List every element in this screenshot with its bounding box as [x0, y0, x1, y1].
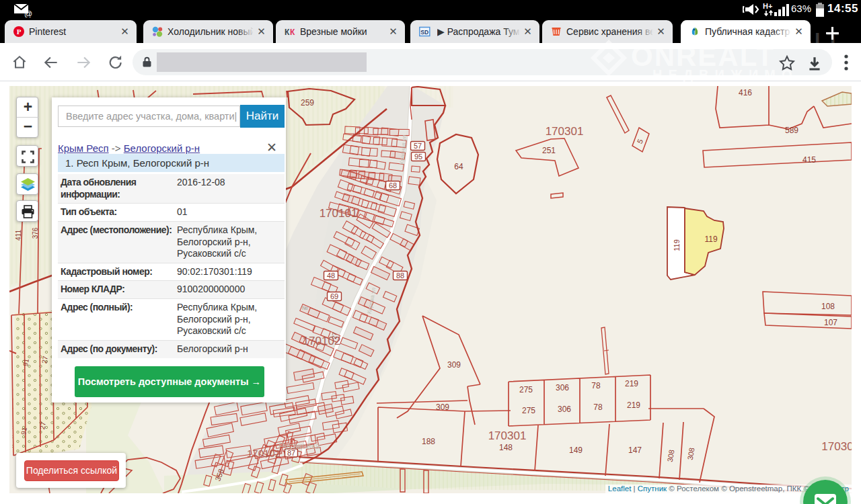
- svg-text:78: 78: [591, 381, 601, 390]
- svg-text:219: 219: [625, 379, 638, 388]
- svg-text:57: 57: [414, 142, 422, 150]
- svg-text:64: 64: [454, 162, 463, 171]
- svg-text:17030: 17030: [821, 440, 852, 453]
- svg-text:SD: SD: [420, 29, 428, 36]
- svg-text:170301: 170301: [488, 429, 527, 442]
- svg-text:108: 108: [821, 302, 835, 311]
- svg-text:416: 416: [739, 88, 752, 97]
- svg-text:188: 188: [422, 437, 435, 446]
- svg-text:78: 78: [593, 403, 603, 412]
- svg-text:119: 119: [673, 239, 681, 251]
- svg-text:306: 306: [556, 383, 569, 392]
- svg-text:589: 589: [785, 126, 798, 135]
- svg-text:107: 107: [824, 318, 837, 327]
- svg-text:119: 119: [704, 235, 717, 244]
- svg-text:306: 306: [558, 405, 571, 414]
- svg-text:251: 251: [542, 146, 556, 155]
- svg-text:149: 149: [569, 446, 583, 455]
- svg-text:411: 411: [15, 230, 22, 241]
- svg-text:95: 95: [414, 153, 422, 161]
- svg-text:219: 219: [627, 401, 640, 410]
- svg-text:Русаковка: Русаковка: [278, 441, 321, 451]
- svg-text:27: 27: [330, 332, 338, 340]
- svg-text:275: 275: [522, 406, 535, 415]
- svg-text:69: 69: [330, 292, 338, 300]
- svg-text:@: @: [24, 9, 32, 17]
- svg-text:309: 309: [436, 403, 449, 412]
- svg-text:88: 88: [396, 271, 404, 280]
- svg-text:К: К: [285, 28, 290, 37]
- svg-text:275: 275: [519, 385, 533, 394]
- svg-text:170101: 170101: [320, 207, 358, 220]
- svg-text:259: 259: [301, 98, 314, 108]
- svg-text:148: 148: [499, 443, 513, 452]
- svg-text:147: 147: [628, 446, 642, 455]
- svg-text:170301: 170301: [546, 125, 584, 138]
- svg-text:68: 68: [389, 181, 397, 190]
- svg-text:№: №: [302, 305, 308, 311]
- svg-text:P: P: [17, 28, 22, 36]
- svg-text:48: 48: [327, 271, 335, 280]
- svg-text:К: К: [290, 28, 295, 37]
- svg-text:309: 309: [447, 360, 461, 370]
- svg-text:170102: 170102: [247, 448, 280, 459]
- svg-text:H+: H+: [763, 2, 772, 10]
- svg-text:415: 415: [802, 155, 816, 165]
- svg-text:376: 376: [32, 227, 39, 239]
